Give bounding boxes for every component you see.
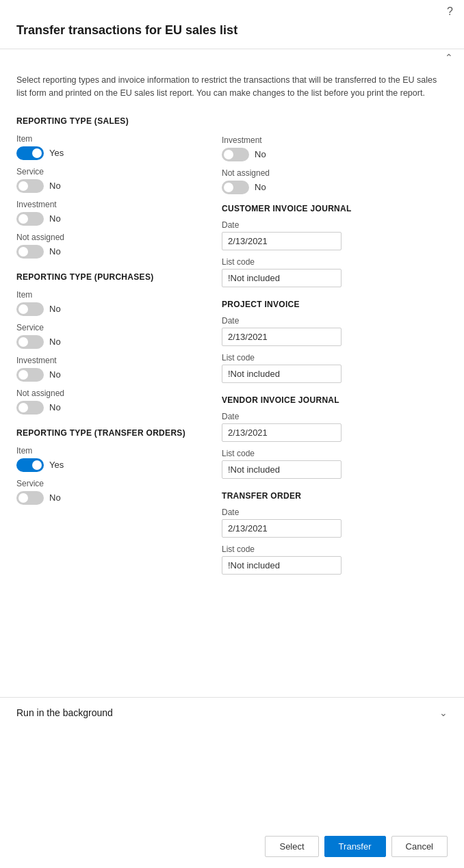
project-listcode-group: List code [222,353,448,383]
reporting-transfer-title: REPORTING TYPE (TRANSFER ORDERS) [16,428,201,438]
vendor-listcode-input[interactable] [222,460,341,479]
transfer-item-value: Yes [49,460,64,470]
customer-invoice-section: CUSTOMER INVOICE JOURNAL Date List code [222,204,448,287]
project-date-label: Date [222,316,448,326]
transfer-service-toggle-row: No [16,491,201,505]
transfer-order-title: TRANSFER ORDER [222,491,448,501]
customer-date-input[interactable] [222,232,341,250]
customer-listcode-label: List code [222,257,448,267]
help-icon[interactable]: ? [447,5,453,18]
sales-notassigned-toggle[interactable] [16,245,44,259]
transfer-date-label: Date [222,508,448,517]
transfer-listcode-group: List code [222,544,448,575]
transfer-service-label: Service [16,479,201,488]
page-title: Transfer transactions for EU sales list [0,18,464,49]
transfer-item-toggle-group: Item Yes [16,446,201,472]
reporting-purchases-title: REPORTING TYPE (PURCHASES) [16,272,201,282]
purchases-notassigned-label: Not assigned [16,389,201,398]
sales-service-toggle-row: No [16,179,201,193]
purchases-notassigned-toggle[interactable] [16,401,44,415]
purchases-investment-value: No [49,369,61,380]
purchases-item-toggle-row: No [16,302,201,316]
collapse-bar: ⌃ [0,49,464,66]
sales-notassigned-value: No [49,246,61,257]
select-button[interactable]: Select [265,836,318,857]
right-notassigned-toggle-group: Not assigned No [222,168,448,194]
right-investment-toggle-row: No [222,148,448,161]
sales-service-toggle[interactable] [16,179,44,193]
vendor-invoice-title: VENDOR INVOICE JOURNAL [222,395,448,405]
transfer-item-toggle[interactable] [16,458,44,472]
run-background-section: Run in the background ⌄ [0,697,464,728]
project-date-input[interactable] [222,328,341,346]
right-notassigned-toggle[interactable] [222,181,249,194]
purchases-investment-toggle[interactable] [16,368,44,382]
purchases-service-label: Service [16,323,201,332]
vendor-listcode-label: List code [222,449,448,458]
sales-service-value: No [49,181,61,191]
purchases-service-value: No [49,337,61,347]
purchases-notassigned-value: No [49,402,61,412]
right-investment-value: No [255,149,266,159]
transfer-listcode-input[interactable] [222,556,341,575]
chevron-down-icon[interactable]: ⌄ [439,707,448,718]
help-icon-area: ? [0,0,464,18]
purchases-investment-toggle-group: Investment No [16,356,201,382]
right-notassigned-toggle-row: No [222,181,448,194]
customer-listcode-input[interactable] [222,269,341,287]
purchases-service-toggle[interactable] [16,335,44,349]
right-notassigned-label: Not assigned [222,168,448,178]
purchases-service-toggle-row: No [16,335,201,349]
purchases-item-label: Item [16,290,201,300]
project-invoice-title: PROJECT INVOICE [222,300,448,309]
transfer-service-toggle[interactable] [16,491,44,505]
sales-investment-label: Investment [16,200,201,209]
sales-item-toggle[interactable] [16,146,44,160]
purchases-investment-toggle-row: No [16,368,201,382]
vendor-listcode-group: List code [222,449,448,479]
sales-notassigned-toggle-group: Not assigned No [16,233,201,259]
purchases-notassigned-toggle-row: No [16,401,201,415]
transfer-order-section: TRANSFER ORDER Date List code [222,491,448,575]
sales-notassigned-toggle-row: No [16,245,201,259]
vendor-invoice-section: VENDOR INVOICE JOURNAL Date List code [222,395,448,479]
purchases-investment-label: Investment [16,356,201,365]
right-investment-toggle[interactable] [222,148,249,161]
sales-item-toggle-group: Item Yes [16,134,201,160]
content-spacer [0,728,464,825]
left-column: REPORTING TYPE (SALES) Item Yes Service [16,114,215,684]
sales-investment-toggle-group: Investment No [16,200,201,226]
customer-listcode-group: List code [222,257,448,287]
cancel-button[interactable]: Cancel [391,836,448,857]
customer-date-group: Date [222,220,448,250]
transfer-date-input[interactable] [222,519,341,538]
customer-date-label: Date [222,220,448,230]
sales-service-label: Service [16,167,201,176]
project-listcode-input[interactable] [222,365,341,383]
project-invoice-section: PROJECT INVOICE Date List code [222,300,448,383]
sales-item-value: Yes [49,148,64,158]
run-background-title: Run in the background [16,707,113,718]
sales-service-toggle-group: Service No [16,167,201,193]
purchases-item-toggle[interactable] [16,302,44,316]
project-date-group: Date [222,316,448,346]
page-container: ? Transfer transactions for EU sales lis… [0,0,464,868]
project-listcode-label: List code [222,353,448,363]
sales-notassigned-label: Not assigned [16,233,201,242]
vendor-date-label: Date [222,412,448,421]
transfer-service-toggle-group: Service No [16,479,201,505]
chevron-up-icon[interactable]: ⌃ [445,52,453,63]
sales-investment-toggle[interactable] [16,212,44,226]
sales-item-label: Item [16,134,201,144]
transfer-button[interactable]: Transfer [324,836,386,857]
description-text: Select reporting types and invoice infor… [0,66,464,114]
sales-investment-toggle-row: No [16,212,201,226]
right-column: Investment No Not assigned [215,114,448,684]
purchases-item-toggle-group: Item No [16,290,201,316]
transfer-item-toggle-row: Yes [16,458,201,472]
right-notassigned-value: No [255,182,266,192]
main-content: REPORTING TYPE (SALES) Item Yes Service [0,114,464,684]
vendor-date-input[interactable] [222,423,341,442]
purchases-item-value: No [49,304,61,314]
transfer-date-group: Date [222,508,448,538]
